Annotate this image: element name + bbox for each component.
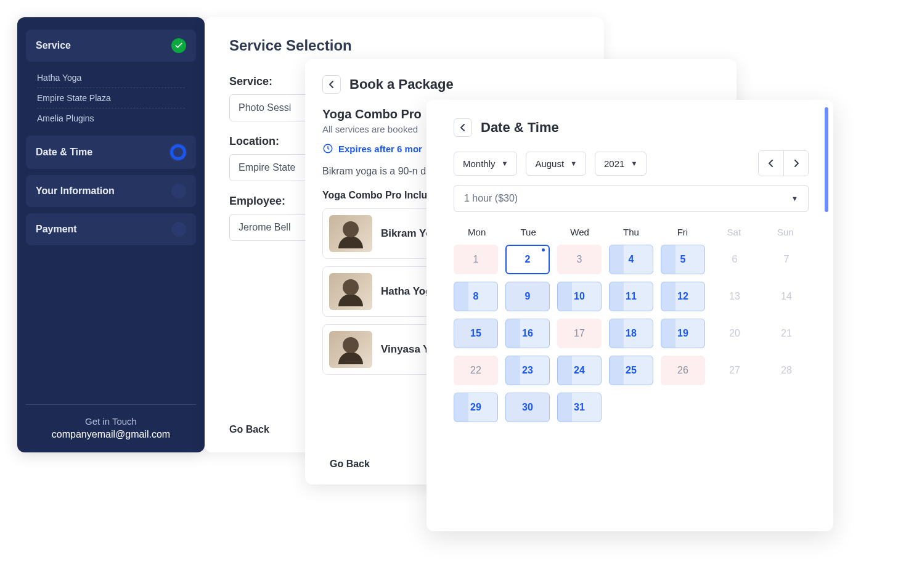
yoga-thumb-icon (329, 273, 372, 310)
sidebar-sub-item[interactable]: Hatha Yoga (37, 68, 185, 88)
get-in-touch-label: Get in Touch (26, 416, 196, 427)
calendar-day[interactable]: 15 (454, 319, 498, 348)
weekday-header: Mon Tue Wed Thu Fri Sat Sun (454, 227, 809, 237)
include-name: Hatha Yog (381, 285, 432, 298)
calendar-day[interactable]: 25 (609, 356, 653, 385)
calendar-day[interactable]: 29 (454, 393, 498, 422)
weekday-label: Sat (711, 227, 757, 237)
calendar-day[interactable]: 5 (661, 245, 705, 274)
weekday-label: Wed (557, 227, 603, 237)
sidebar-step-label: Payment (36, 224, 77, 235)
calendar-day[interactable]: 27 (712, 356, 757, 385)
chevron-down-icon: ▼ (631, 160, 637, 167)
calendar-day[interactable]: 28 (764, 356, 809, 385)
calendar-day[interactable]: 9 (505, 282, 550, 311)
go-back-button[interactable]: Go Back (330, 459, 370, 470)
back-button[interactable] (322, 75, 341, 94)
calendar-day[interactable]: 21 (764, 319, 809, 348)
calendar-day[interactable]: 12 (661, 282, 705, 311)
event-dot-icon (542, 248, 545, 251)
calendar-empty (661, 393, 705, 422)
calendar-grid: 1234567891011121314151617181920212223242… (454, 245, 809, 422)
month-nav (758, 150, 809, 176)
calendar-day[interactable]: 16 (505, 319, 550, 348)
sidebar-step-datetime[interactable]: Date & Time (26, 136, 196, 169)
prev-month-button[interactable] (759, 151, 783, 176)
calendar-day[interactable]: 30 (505, 393, 550, 422)
include-name: Vinyasa Y (381, 343, 430, 356)
view-select[interactable]: Monthly ▼ (454, 152, 517, 176)
page-title: Service Selection (229, 37, 579, 54)
calendar-day[interactable]: 6 (712, 245, 757, 274)
calendar-day[interactable]: 26 (661, 356, 705, 385)
calendar-day[interactable]: 22 (454, 356, 498, 385)
sidebar-service-sub: Hatha Yoga Empire State Plaza Amelia Plu… (26, 68, 196, 136)
sidebar-step-payment[interactable]: Payment (26, 213, 196, 245)
calendar-day[interactable]: 31 (557, 393, 602, 422)
duration-value: 1 hour ($30) (464, 193, 518, 204)
calendar-day[interactable]: 11 (609, 282, 653, 311)
weekday-label: Tue (505, 227, 551, 237)
calendar-empty (712, 393, 757, 422)
calendar-day[interactable]: 7 (764, 245, 809, 274)
calendar-day[interactable]: 2 (505, 245, 550, 274)
chevron-down-icon: ▼ (791, 195, 798, 202)
calendar-day[interactable]: 8 (454, 282, 498, 311)
weekday-label: Thu (608, 227, 654, 237)
month-value: August (535, 158, 564, 169)
calendar-day[interactable]: 24 (557, 356, 602, 385)
go-back-button[interactable]: Go Back (229, 424, 269, 435)
pending-step-icon (171, 222, 186, 237)
sidebar-footer: Get in Touch companyemail@gmail.com (26, 404, 196, 440)
month-select[interactable]: August ▼ (526, 152, 586, 176)
panel-title: Date & Time (481, 120, 559, 136)
calendar-day[interactable]: 18 (609, 319, 653, 348)
view-value: Monthly (463, 158, 496, 169)
next-month-button[interactable] (783, 151, 808, 176)
expires-text: Expires after 6 mor (338, 144, 422, 154)
year-value: 2021 (604, 158, 624, 169)
sidebar-step-label: Service (36, 40, 71, 51)
weekday-label: Sun (762, 227, 809, 237)
yoga-thumb-icon (329, 215, 372, 252)
calendar-empty (609, 393, 653, 422)
calendar-day[interactable]: 1 (454, 245, 498, 274)
sidebar-sub-item[interactable]: Amelia Plugins (37, 108, 185, 128)
year-select[interactable]: 2021 ▼ (595, 152, 647, 176)
sidebar-step-service[interactable]: Service (26, 30, 196, 62)
sidebar: Service Hatha Yoga Empire State Plaza Am… (17, 17, 205, 452)
clock-icon (322, 143, 333, 154)
yoga-thumb-icon (329, 331, 372, 368)
weekday-label: Fri (659, 227, 706, 237)
current-step-icon (170, 144, 186, 160)
back-button[interactable] (454, 118, 472, 137)
weekday-label: Mon (454, 227, 500, 237)
calendar-day[interactable]: 13 (712, 282, 757, 311)
calendar-empty (764, 393, 809, 422)
chevron-down-icon: ▼ (570, 160, 577, 167)
chevron-down-icon: ▼ (502, 160, 508, 167)
date-time-panel: Date & Time Monthly ▼ August ▼ 2021 ▼ 1 … (426, 100, 833, 531)
check-icon (171, 38, 186, 53)
panel-title: Book a Package (349, 76, 454, 92)
sidebar-step-info[interactable]: Your Information (26, 175, 196, 207)
calendar-day[interactable]: 14 (764, 282, 809, 311)
sidebar-step-label: Your Information (36, 186, 115, 197)
include-name: Bikram Yo (381, 227, 432, 240)
calendar-day[interactable]: 10 (557, 282, 602, 311)
duration-select[interactable]: 1 hour ($30) ▼ (454, 185, 809, 212)
sidebar-sub-item[interactable]: Empire State Plaza (37, 88, 185, 108)
calendar-day[interactable]: 3 (557, 245, 602, 274)
calendar-day[interactable]: 17 (557, 319, 602, 348)
pending-step-icon (171, 184, 186, 198)
company-email[interactable]: companyemail@gmail.com (26, 429, 196, 440)
sidebar-step-label: Date & Time (36, 147, 92, 158)
calendar-day[interactable]: 23 (505, 356, 550, 385)
calendar-day[interactable]: 4 (609, 245, 653, 274)
calendar-day[interactable]: 19 (661, 319, 705, 348)
calendar-day[interactable]: 20 (712, 319, 757, 348)
